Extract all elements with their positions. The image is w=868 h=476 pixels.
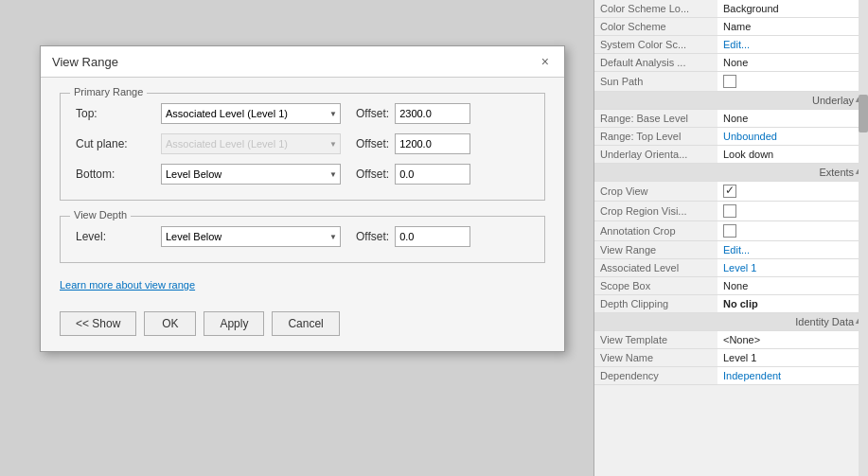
depth-select[interactable]: Level Below (161, 226, 341, 247)
bottom-select-wrapper: Level Below (161, 164, 341, 185)
cut-plane-label: Cut plane: (76, 137, 161, 150)
depth-offset-label: Offset: (356, 230, 389, 243)
prop-value: None (717, 110, 868, 128)
properties-panel: Color Scheme Lo...BackgroundColor Scheme… (593, 0, 868, 476)
prop-value (717, 221, 868, 241)
learn-more-link[interactable]: Learn more about view range (60, 279, 195, 291)
prop-label: Scope Box (594, 277, 717, 295)
bottom-offset-input[interactable] (395, 164, 470, 185)
prop-label: Color Scheme (594, 18, 717, 36)
prop-value (717, 72, 868, 92)
top-offset-label: Offset: (356, 107, 389, 120)
top-row: Top: Associated Level (Level 1) Offset: (76, 103, 529, 124)
top-offset-input[interactable] (395, 103, 470, 124)
prop-label: View Template (594, 331, 717, 349)
prop-value: None (717, 277, 868, 295)
prop-label: Range: Top Level (594, 128, 717, 146)
top-select[interactable]: Associated Level (Level 1) (161, 103, 341, 124)
prop-label: System Color Sc... (594, 36, 717, 54)
prop-value: Independent (717, 367, 868, 385)
bottom-offset-label: Offset: (356, 167, 389, 181)
dialog-buttons: << Show OK Apply Cancel (60, 311, 545, 336)
section-header: Extents▲ (594, 164, 868, 182)
prop-label: View Range (594, 241, 717, 259)
primary-range-title: Primary Range (70, 86, 147, 97)
section-header: Identity Data▲ (594, 313, 868, 331)
apply-button[interactable]: Apply (204, 311, 264, 336)
prop-value[interactable]: Edit... (717, 241, 868, 259)
close-button[interactable]: × (538, 54, 553, 69)
checkbox-unchecked[interactable] (723, 204, 736, 218)
prop-label: Sun Path (594, 72, 717, 92)
prop-label: Crop Region Visi... (594, 202, 717, 221)
prop-label: Depth Clipping (594, 295, 717, 313)
prop-value: Background (717, 0, 868, 18)
dialog-content: Primary Range Top: Associated Level (Lev… (41, 78, 564, 351)
scrollbar[interactable] (859, 0, 868, 476)
ok-button[interactable]: OK (144, 311, 196, 336)
prop-value: No clip (717, 295, 868, 313)
bottom-label: Bottom: (76, 167, 161, 181)
view-range-dialog: View Range × Primary Range Top: Associat… (40, 45, 565, 352)
prop-value: <None> (717, 331, 868, 349)
prop-label: View Name (594, 349, 717, 367)
prop-value: Name (717, 18, 868, 36)
view-depth-group: View Depth Level: Level Below Offset: (60, 216, 545, 263)
prop-value: Level 1 (717, 349, 868, 367)
prop-label: Crop View (594, 182, 717, 202)
primary-range-group: Primary Range Top: Associated Level (Lev… (60, 93, 545, 201)
cut-plane-offset-input[interactable] (395, 133, 470, 154)
cut-plane-select-wrapper: Associated Level (Level 1) (161, 133, 341, 154)
prop-label: Dependency (594, 367, 717, 385)
prop-value[interactable]: Edit... (717, 36, 868, 54)
prop-label: Associated Level (594, 259, 717, 277)
depth-label: Level: (76, 230, 161, 243)
depth-offset-input[interactable] (395, 226, 470, 247)
view-depth-title: View Depth (70, 209, 131, 220)
cancel-button[interactable]: Cancel (272, 311, 339, 336)
cut-plane-select[interactable]: Associated Level (Level 1) (161, 133, 341, 154)
cut-plane-row: Cut plane: Associated Level (Level 1) Of… (76, 133, 529, 154)
checkbox-unchecked[interactable] (723, 224, 736, 238)
prop-label: Color Scheme Lo... (594, 0, 717, 18)
prop-value: Unbounded (717, 128, 868, 146)
prop-label: Range: Base Level (594, 110, 717, 128)
scrollbar-thumb[interactable] (859, 95, 868, 132)
properties-table: Color Scheme Lo...BackgroundColor Scheme… (594, 0, 868, 385)
checkbox-checked[interactable] (723, 185, 736, 198)
show-button[interactable]: << Show (60, 311, 136, 336)
top-label: Top: (76, 107, 161, 120)
top-select-wrapper: Associated Level (Level 1) (161, 103, 341, 124)
prop-value: Look down (717, 146, 868, 164)
prop-label: Underlay Orienta... (594, 146, 717, 164)
prop-label: Default Analysis ... (594, 54, 717, 72)
prop-value: None (717, 54, 868, 72)
checkbox-unchecked[interactable] (723, 75, 736, 88)
cut-plane-offset-label: Offset: (356, 137, 389, 150)
prop-value: Level 1 (717, 259, 868, 277)
bottom-row: Bottom: Level Below Offset: (76, 164, 529, 185)
dialog-title: View Range (52, 55, 118, 69)
section-header: Underlay▲ (594, 92, 868, 110)
dialog-titlebar: View Range × (41, 46, 564, 78)
prop-value (717, 182, 868, 202)
prop-value (717, 202, 868, 221)
prop-label: Annotation Crop (594, 221, 717, 241)
bottom-select[interactable]: Level Below (161, 164, 341, 185)
depth-select-wrapper: Level Below (161, 226, 341, 247)
depth-row: Level: Level Below Offset: (76, 226, 529, 247)
